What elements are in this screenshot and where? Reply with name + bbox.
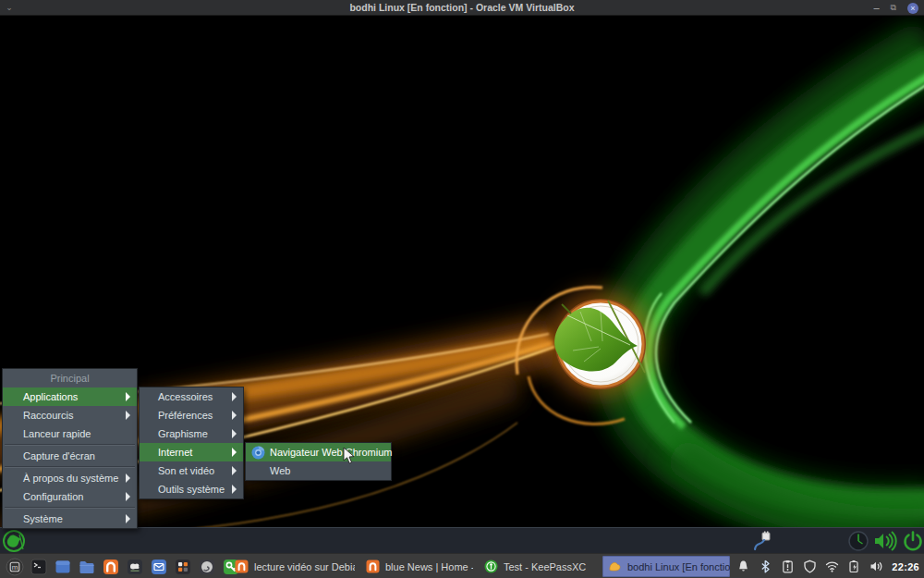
menu-item-lanceur-rapide[interactable]: Lanceur rapide	[3, 424, 137, 443]
wifi-icon[interactable]	[825, 560, 839, 573]
bodhi-logo	[547, 290, 654, 398]
svg-text:m: m	[12, 563, 18, 572]
chromium-icon	[251, 446, 265, 460]
task-button-firefox-2[interactable]: blue News | Home - Mozil...	[360, 556, 473, 577]
submenu-item-graphisme[interactable]: Graphisme	[140, 424, 243, 443]
submenu-arrow-icon	[126, 473, 130, 483]
terminal-icon[interactable]	[30, 557, 48, 576]
notifications-bell-icon[interactable]	[736, 560, 750, 573]
menu-item-raccourcis[interactable]: Raccourcis	[3, 406, 137, 424]
submenu-arrow-icon	[232, 485, 237, 494]
menu-item-configuration[interactable]: Configuration	[3, 487, 137, 506]
power-icon[interactable]	[903, 531, 923, 551]
vbox-menu-icon[interactable]: ⌄	[0, 0, 18, 16]
submenu-item-outils-systeme[interactable]: Outils système	[140, 480, 243, 498]
internet-submenu: Navigateur Web Chromium Web	[245, 442, 392, 481]
submenu-arrow-icon	[232, 466, 237, 475]
submenu-arrow-icon	[232, 448, 237, 457]
submenu-arrow-icon	[232, 429, 237, 438]
bluetooth-icon[interactable]	[759, 560, 772, 573]
virtualbox-vm-icon	[608, 560, 622, 573]
close-button[interactable]: ×	[907, 3, 918, 14]
spiral-app-icon[interactable]	[198, 557, 216, 576]
tray-volume-icon[interactable]	[869, 560, 883, 573]
submenu-arrow-icon	[232, 411, 237, 420]
submenu-item-internet[interactable]: Internet	[140, 443, 243, 461]
minimize-button[interactable]: –	[873, 0, 879, 16]
submenu-item-son-et-video[interactable]: Son et vidéo	[140, 461, 243, 480]
restore-button[interactable]: ⧉	[891, 0, 896, 16]
window-title: bodhi Linux [En fonction] - Oracle VM Vi…	[0, 0, 924, 16]
submenu-arrow-icon	[126, 492, 130, 501]
task-button-firefox-1[interactable]: lecture vidéo sur Debian -...	[229, 556, 355, 577]
window-list: lecture vidéo sur Debian -... blue News …	[229, 556, 730, 577]
system-tray: 22:26	[736, 557, 919, 576]
menu-item-applications[interactable]: Applications	[3, 387, 137, 406]
shelf-volume-icon[interactable]	[873, 531, 899, 551]
analog-clock-icon[interactable]	[848, 531, 869, 551]
files-icon[interactable]	[54, 557, 72, 576]
clipboard-alert-icon[interactable]	[781, 560, 795, 573]
clock: 22:26	[892, 561, 919, 572]
main-menu-button[interactable]	[2, 529, 26, 553]
bodhi-leaf-icon	[2, 529, 26, 553]
titlebar: ⌄ bodhi Linux [En fonction] - Oracle VM …	[0, 0, 924, 16]
launcher-bar: m	[6, 557, 240, 576]
menu-header: Principal	[3, 369, 137, 387]
firefox-icon[interactable]	[102, 557, 120, 576]
shield-icon[interactable]	[803, 560, 817, 573]
firefox-icon	[235, 560, 249, 573]
mouse-cursor	[343, 447, 356, 465]
weather-icon[interactable]	[126, 557, 144, 576]
main-menu: Principal Applications Raccourcis Lanceu…	[2, 368, 138, 529]
submenu-item-preferences[interactable]: Préférences	[140, 406, 243, 424]
submenu-arrow-icon	[232, 392, 237, 401]
applications-submenu: Accessoires Préférences Graphisme Intern…	[139, 387, 244, 499]
mail-icon[interactable]	[150, 557, 168, 576]
host-taskbar: m	[0, 553, 924, 578]
keepassxc-icon	[484, 560, 498, 573]
virtualbox-window: Principal Applications Raccourcis Lanceu…	[0, 0, 924, 578]
linux-mint-menu-icon[interactable]: m	[6, 557, 24, 576]
tiles-icon[interactable]	[174, 557, 192, 576]
task-button-virtualbox-active[interactable]: bodhi Linux [En fonction]...	[602, 556, 730, 577]
battery-charging-icon[interactable]	[847, 560, 861, 573]
task-button-keepassxc[interactable]: Test - KeePassXC	[479, 556, 597, 577]
moksha-shelf	[0, 527, 924, 553]
menu-item-a-propos[interactable]: À propos du système	[3, 469, 137, 487]
submenu-item-accessoires[interactable]: Accessoires	[140, 387, 243, 406]
menu-item-capture-ecran[interactable]: Capture d'écran	[3, 447, 137, 465]
submenu-arrow-icon	[126, 411, 130, 420]
menu-item-navigateur-web-chromium[interactable]: Navigateur Web Chromium	[246, 443, 391, 461]
submenu-arrow-icon	[126, 514, 130, 523]
menu-item-systeme[interactable]: Système	[3, 510, 137, 528]
folder-icon[interactable]	[78, 557, 96, 576]
submenu-arrow-icon	[126, 392, 130, 401]
firefox-icon	[366, 560, 380, 573]
menu-item-web[interactable]: Web	[246, 461, 391, 480]
network-connection-icon[interactable]	[752, 531, 772, 551]
